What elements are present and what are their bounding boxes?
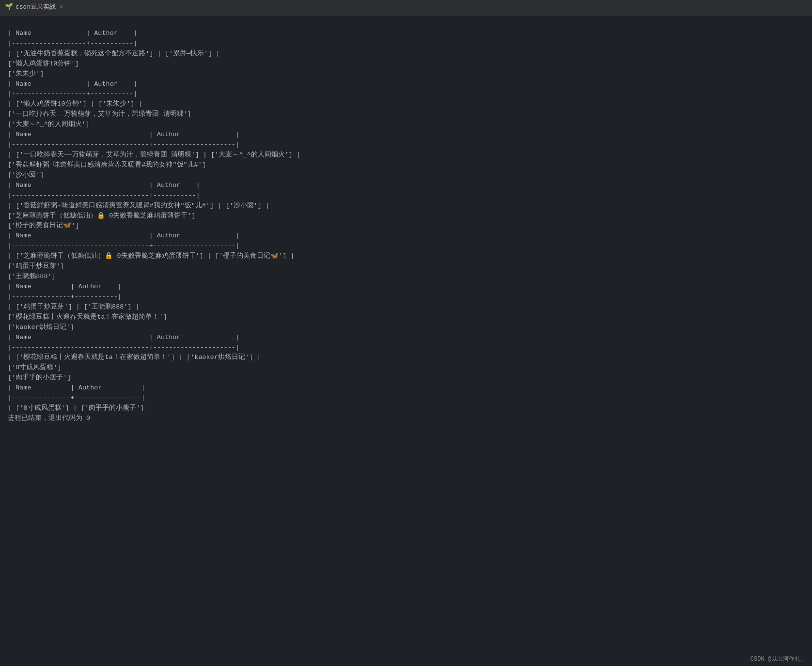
terminal-line: | Name | Author |: [8, 231, 804, 241]
terminal-line: |-----------------------------------+---…: [8, 343, 804, 353]
terminal-line: ['王晓鹏888']: [8, 272, 804, 282]
terminal-line: | ['8寸戚风蛋糕'] | ['肉乎乎的小瘦子'] |: [8, 403, 804, 414]
terminal-line: | Name | Author |: [8, 29, 804, 39]
terminal-line: |-----------------------------------+---…: [8, 140, 804, 150]
terminal-line: | ['樱花绿豆糕丨火遍春天就是ta！在家做超简单！'] | ['kaoker烘…: [8, 353, 804, 363]
terminal-line: ['8寸戚风蛋糕']: [8, 363, 804, 373]
terminal-line: | Name | Author |: [8, 130, 804, 140]
terminal-line: |-------------------+-----------|: [8, 89, 804, 99]
terminal-line: | Name | Author |: [8, 181, 804, 191]
terminal-line: | ['鸡蛋干炒豆芽'] | ['王晓鹏888'] |: [8, 302, 804, 312]
terminal-line: ['芝麻薄脆饼干（低糖低油）🔒 0失败香脆芝麻鸡蛋薄饼干']: [8, 211, 804, 221]
terminal-line: | Name | Author |: [8, 333, 804, 343]
terminal-line: ['一口吃掉春天——万物萌芽，艾草为汁，碧绿青团 清明粿']: [8, 109, 804, 120]
footer-text: CSDN @以山河作礼。: [750, 656, 806, 663]
terminal-line: | ['香菇鲜虾粥-味道鲜美口感清爽营养又暖胃#我的女神"饭"儿#'] | ['…: [8, 201, 804, 211]
terminal-line: |---------------+-----------|: [8, 292, 804, 302]
terminal-line: ['樱花绿豆糕丨火遍春天就是ta！在家做超简单！']: [8, 312, 804, 323]
terminal-line: ['鸡蛋干炒豆芽']: [8, 262, 804, 272]
terminal-line: ['橙子的美食日记🦋']: [8, 221, 804, 231]
terminal-line: |-----------------------------------+---…: [8, 241, 804, 251]
terminal-line: | Name | Author |: [8, 282, 804, 292]
terminal-line: |-------------------+-----------|: [8, 39, 804, 49]
footer-bar: CSDN @以山河作礼。: [745, 653, 812, 666]
terminal-line: |---------------+-----------------|: [8, 393, 804, 403]
terminal-line: | ['一口吃掉春天——万物萌芽，艾草为汁，碧绿青团 清明粿'] | ['大麦～…: [8, 150, 804, 160]
terminal-line: ['肉乎乎的小瘦子']: [8, 373, 804, 383]
terminal-line: |-----------------------------------+---…: [8, 191, 804, 201]
app-icon: 🌱: [5, 4, 13, 12]
app-title: csdn豆果实战: [16, 2, 56, 12]
terminal-line: ['懒人鸡蛋饼10分钟']: [8, 59, 804, 69]
terminal-line: | ['无油牛奶香蕉蛋糕，锁死这个配方不迷路'] | ['累并—快乐'] |: [8, 49, 804, 59]
terminal-line: ['朱朱少']: [8, 69, 804, 79]
terminal-line: ['大麦～^_^的人间烟火']: [8, 120, 804, 130]
terminal-line: | Name | Author |: [8, 79, 804, 90]
title-bar: 🌱 csdn豆果实战 ×: [0, 0, 812, 15]
terminal-line: | ['芝麻薄脆饼干（低糖低油）🔒 0失败香脆芝麻鸡蛋薄饼干'] | ['橙子的…: [8, 251, 804, 262]
terminal-line: | Name | Author |: [8, 383, 804, 393]
terminal-line: | ['懒人鸡蛋饼10分钟'] | ['朱朱少'] |: [8, 99, 804, 109]
terminal-line: 进程已结束，退出代码为 0: [8, 414, 804, 424]
terminal-line: ['香菇鲜虾粥-味道鲜美口感清爽营养又暖胃#我的女神"饭"儿#']: [8, 160, 804, 170]
terminal-line: ['kaoker烘焙日记']: [8, 323, 804, 333]
terminal-content: | Name | Author ||-------------------+--…: [0, 15, 812, 432]
terminal-line: ['沙小囡']: [8, 170, 804, 181]
close-icon[interactable]: ×: [60, 3, 63, 12]
